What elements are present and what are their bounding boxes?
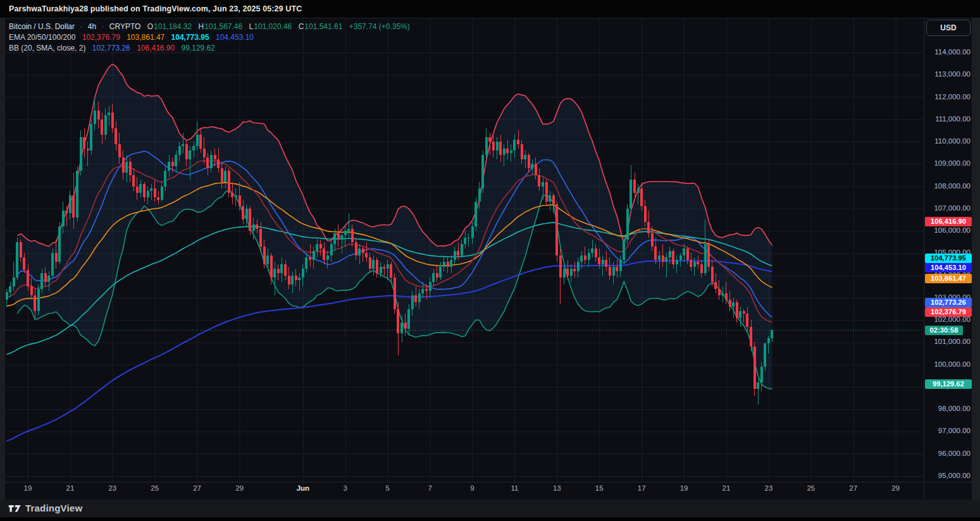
time-tick-label: 9 (459, 484, 487, 492)
separator-dot: · (101, 22, 104, 31)
time-tick-label: 25 (797, 484, 825, 492)
time-tick-label: 13 (543, 484, 571, 492)
price-tick-label: 113,000.00 (926, 70, 971, 78)
bb-lower-badge: 99,129.62 (925, 379, 972, 389)
price-tick-label: 112,000.00 (926, 93, 971, 101)
price-tick-label: 98,000.00 (926, 405, 971, 412)
ema20-value: 102,376.79 (82, 33, 120, 42)
time-tick-label: 27 (840, 484, 867, 492)
publish-attribution-text: ParshwaTurakhiya28 published on TradingV… (9, 4, 302, 13)
ema50-badge: 103,861.47 (925, 274, 972, 283)
price-tick-label: 96,000.00 (926, 450, 971, 457)
open-letter: O (147, 22, 153, 31)
bottom-border (0, 517, 980, 521)
publish-bar: ParshwaTurakhiya28 published on TradingV… (0, 0, 980, 18)
ema200-badge: 104,453.10 (925, 263, 972, 273)
footer-bar: TradingView (0, 500, 980, 517)
interval-label: 4h (88, 22, 96, 31)
legend-ema-row[interactable]: EMA 20/50/100/200 102,376.79 103,861.47 … (9, 32, 410, 43)
open-value: 101,184.32 (154, 22, 192, 31)
price-tick-label: 101,000.00 (926, 338, 971, 345)
price-tick-label: 100,000.00 (926, 360, 971, 368)
high-letter: H (198, 22, 204, 31)
high-value: 101,567.46 (204, 22, 242, 31)
time-tick-label: 29 (882, 484, 910, 492)
time-tick-label: 23 (755, 484, 783, 492)
price-tick-label: 95,000.00 (926, 472, 971, 479)
close-value: 101,541.61 (304, 22, 342, 31)
time-tick-label: 23 (99, 484, 127, 492)
time-tick-label: 15 (585, 484, 613, 492)
time-tick-label: 27 (183, 484, 211, 492)
price-tick-label: 106,000.00 (926, 226, 971, 234)
tradingview-logo-icon[interactable] (8, 503, 25, 513)
price-tick-label: 108,000.00 (926, 182, 971, 190)
symbol-title: Bitcoin / U.S. Dollar (9, 22, 75, 31)
time-tick-label: 21 (56, 484, 84, 492)
time-tick-label: 19 (670, 484, 698, 492)
close-letter: C (299, 22, 304, 31)
time-tick-label: 11 (500, 484, 528, 492)
price-tick-label: 111,000.00 (926, 115, 971, 123)
bb-basis-badge: 102,773.26 (925, 298, 972, 307)
right-margin (972, 18, 980, 500)
chart-pane[interactable] (5, 18, 972, 500)
low-value: 101,020.46 (254, 22, 292, 31)
ema-study-label: EMA 20/50/100/200 (9, 33, 75, 42)
low-letter: L (249, 22, 254, 31)
legend-symbol-row[interactable]: Bitcoin / U.S. Dollar · 4h · CRYPTO O101… (9, 21, 410, 32)
ema50-value: 103,861.47 (127, 33, 164, 42)
time-tick-label: 3 (332, 484, 359, 492)
bb-upper-value: 106,416.90 (137, 44, 175, 52)
ema200-value: 104,453.10 (216, 33, 254, 42)
legend-bb-row[interactable]: BB (20, SMA, close, 2) 102,773.26 106,41… (9, 43, 410, 54)
change-value: +357.74 (+0.35%) (349, 22, 410, 31)
countdown-badge: 02:30:58 (925, 326, 963, 335)
price-tick-label: 107,000.00 (926, 204, 971, 212)
price-tick-label: 97,000.00 (926, 427, 971, 434)
time-tick-label: 5 (374, 484, 402, 492)
time-tick-label: 19 (14, 484, 42, 492)
tradingview-brand-text[interactable]: TradingView (25, 503, 82, 513)
price-tick-label: 114,000.00 (926, 48, 971, 56)
price-tick-label: 110,000.00 (926, 137, 971, 145)
bb-basis-value: 102,773.26 (92, 44, 130, 52)
bb-study-label: BB (20, SMA, close, 2) (9, 44, 85, 52)
ema20-badge: 102,376.79 (925, 307, 972, 317)
time-tick-label: 25 (141, 484, 169, 492)
bb-upper-badge: 106,416.90 (925, 217, 972, 226)
bb-lower-value: 99,129.62 (182, 44, 215, 52)
time-tick-label: 29 (226, 484, 254, 492)
currency-toggle-button[interactable]: USD (926, 20, 971, 36)
time-tick-label: Jun (289, 484, 317, 492)
price-tick-label: 109,000.00 (926, 159, 971, 167)
ema100-value: 104,773.95 (171, 33, 209, 42)
time-tick-label: 21 (712, 484, 740, 492)
time-tick-label: 7 (416, 484, 444, 492)
exchange-label: CRYPTO (109, 22, 141, 31)
chart-legend: Bitcoin / U.S. Dollar · 4h · CRYPTO O101… (9, 21, 410, 54)
time-tick-label: 17 (628, 484, 655, 492)
tradingview-snapshot: ParshwaTurakhiya28 published on TradingV… (0, 0, 980, 521)
separator-dot: · (80, 22, 82, 31)
ema100-badge: 104,773.95 (925, 254, 972, 263)
